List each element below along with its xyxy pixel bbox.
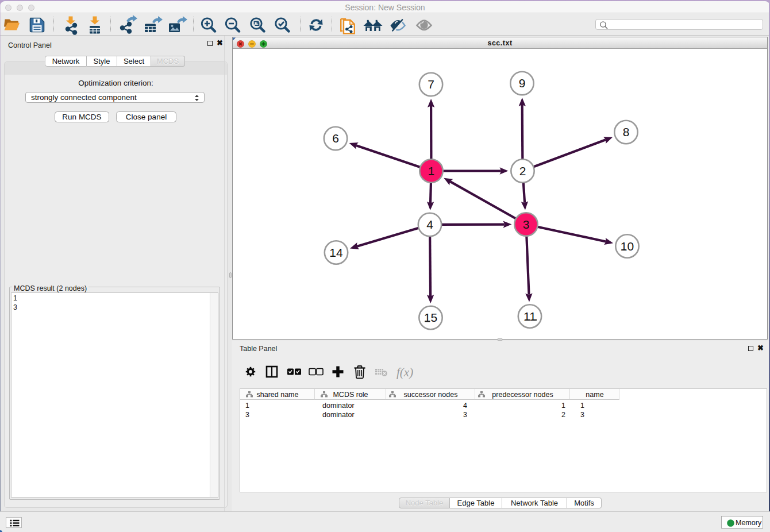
- svg-text:4: 4: [426, 218, 433, 231]
- svg-text:6: 6: [332, 132, 339, 145]
- svg-text:f(x): f(x): [396, 365, 413, 379]
- svg-text:3: 3: [523, 218, 530, 231]
- svg-text:11: 11: [523, 310, 536, 323]
- svg-text:10: 10: [621, 240, 634, 253]
- svg-text:7: 7: [428, 78, 434, 91]
- svg-text:1: 1: [428, 164, 435, 178]
- svg-text:2: 2: [519, 164, 526, 178]
- svg-text:15: 15: [424, 311, 437, 324]
- svg-text:14: 14: [329, 246, 343, 259]
- svg-text:9: 9: [519, 76, 526, 90]
- svg-text:8: 8: [623, 125, 630, 138]
